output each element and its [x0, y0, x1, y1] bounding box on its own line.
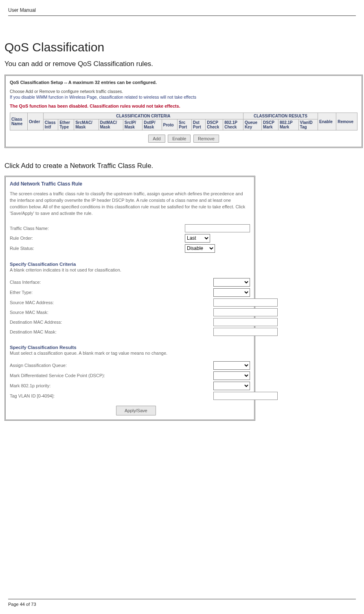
col-8021p-mark: 802.1P Mark [278, 119, 299, 130]
col-dstip: DstIP/ Mask [143, 119, 162, 130]
row-rule-status: Rule Status: Disable [10, 244, 250, 253]
panel1-line2: If you disable WMM function in Wireless … [10, 95, 357, 99]
panel2-desc: The screen creates a traffic class rule … [10, 191, 250, 217]
col-srcport: Src Port [178, 119, 191, 130]
footer: Page 44 of 73 [8, 599, 356, 607]
row-src-mac: Source MAC Address: [10, 298, 250, 307]
row-dst-mask: Destination MAC Mask: [10, 328, 250, 336]
col-8021p-check: 802.1P Check [223, 119, 243, 130]
add-button[interactable]: Add [148, 135, 165, 143]
page-title: QoS Classification [4, 40, 356, 54]
row-ether-type: Ether Type: [10, 288, 250, 297]
label-traffic-class-name: Traffic Class Name: [10, 226, 185, 231]
assign-queue-select[interactable] [213, 361, 250, 370]
label-src-mac: Source MAC Address: [10, 300, 213, 305]
row-dst-mac: Destination MAC Address: [10, 318, 250, 326]
panel2-title: Add Network Traffic Class Rule [10, 181, 250, 187]
col-class-intf: Class Intf [43, 119, 58, 130]
class-interface-select[interactable] [213, 278, 250, 287]
instruction-text: Click Add to create a Network Traffic Cl… [4, 162, 356, 170]
header-divider [8, 15, 356, 16]
col-srcip: SrcIP/ Mask [123, 119, 142, 130]
mark-dscp-select[interactable] [213, 371, 250, 380]
row-mark-dscp: Mark Differentiated Service Code Point (… [10, 371, 250, 380]
ether-type-select[interactable] [213, 288, 250, 297]
panel2-button-row: Apply/Save [10, 406, 250, 415]
label-class-interface: Class Interface: [10, 280, 213, 285]
label-mark-dscp: Mark Differentiated Service Code Point (… [10, 373, 213, 378]
row-traffic-class-name: Traffic Class Name: [10, 224, 250, 232]
header-label: User Manual [8, 7, 356, 15]
criteria-heading: Specify Classification Criteria [10, 262, 250, 267]
label-src-mask: Source MAC Mask: [10, 310, 213, 315]
dst-mac-input[interactable] [213, 318, 278, 326]
table-group-row: Class Name Order CLASSIFICATION CRITERIA… [10, 113, 357, 119]
col-order: Order [28, 113, 44, 130]
label-tag-vlan: Tag VLAN ID [0-4094]: [10, 393, 213, 398]
row-assign-queue: Assign Classification Queue: [10, 361, 250, 370]
row-mark-8021p: Mark 802.1p priority: [10, 382, 250, 390]
label-assign-queue: Assign Classification Queue: [10, 363, 213, 368]
group-criteria: CLASSIFICATION CRITERIA [43, 113, 243, 119]
section-intro: You can add or remove QoS Classification… [4, 60, 356, 68]
col-enable: Enable [318, 113, 336, 130]
col-queue-key: Queue Key [243, 119, 261, 130]
add-rule-panel: Add Network Traffic Class Rule The scree… [4, 176, 255, 421]
src-mac-input[interactable] [213, 298, 278, 307]
remove-button[interactable]: Remove [193, 135, 219, 143]
panel1-button-row: Add Enable Remove [10, 135, 357, 143]
row-rule-order: Rule Order: Last [10, 234, 250, 243]
col-dscp-check: DSCP Check [206, 119, 223, 130]
enable-button[interactable]: Enable [168, 135, 191, 143]
col-vlanid-tag: VlanID Tag [298, 119, 318, 130]
apply-save-button[interactable]: Apply/Save [116, 406, 156, 415]
col-dscp-mark: DSCP Mark [262, 119, 278, 130]
label-rule-status: Rule Status: [10, 246, 185, 251]
label-mark-8021p: Mark 802.1p priority: [10, 383, 213, 388]
src-mask-input[interactable] [213, 308, 278, 316]
col-remove: Remove [336, 113, 357, 130]
dst-mask-input[interactable] [213, 328, 278, 336]
row-src-mask: Source MAC Mask: [10, 308, 250, 316]
panel1-line1: Choose Add or Remove to configure networ… [10, 89, 357, 94]
table-header-row: Class Intf Ether Type SrcMAC/ Mask DstMA… [10, 119, 357, 130]
tag-vlan-input[interactable] [213, 392, 278, 400]
col-dstport: Dst Port [191, 119, 205, 130]
classification-table: Class Name Order CLASSIFICATION CRITERIA… [10, 113, 357, 130]
col-ether-type: Ether Type [58, 119, 74, 130]
label-dst-mac: Destination MAC Address: [10, 320, 213, 325]
page-number: Page 44 of 73 [8, 602, 356, 607]
results-heading: Specify Classification Results [10, 345, 250, 350]
results-sub: Must select a classification queue. A bl… [10, 351, 250, 356]
label-ether-type: Ether Type: [10, 290, 213, 295]
label-rule-order: Rule Order: [10, 236, 185, 241]
group-results: CLASSIFICATION RESULTS [243, 113, 318, 119]
col-proto: Proto [162, 119, 178, 130]
criteria-sub: A blank criterion indicates it is not us… [10, 267, 250, 272]
col-dstmac: DstMAC/ Mask [99, 119, 123, 130]
traffic-class-name-input[interactable] [185, 224, 250, 232]
row-class-interface: Class Interface: [10, 278, 250, 287]
label-dst-mask: Destination MAC Mask: [10, 329, 213, 334]
mark-8021p-select[interactable] [213, 382, 250, 390]
footer-divider [8, 599, 356, 599]
row-tag-vlan: Tag VLAN ID [0-4094]: [10, 392, 250, 400]
rule-order-select[interactable]: Last [185, 234, 210, 243]
qos-setup-panel: QoS Classification Setup -- A maximum 32… [4, 75, 363, 148]
panel1-warning: The QoS function has been disabled. Clas… [10, 104, 357, 108]
col-class-name: Class Name [10, 113, 28, 130]
panel1-heading: QoS Classification Setup -- A maximum 32… [10, 80, 357, 85]
col-srcmac: SrcMAC/ Mask [74, 119, 99, 130]
rule-status-select[interactable]: Disable [185, 244, 215, 253]
